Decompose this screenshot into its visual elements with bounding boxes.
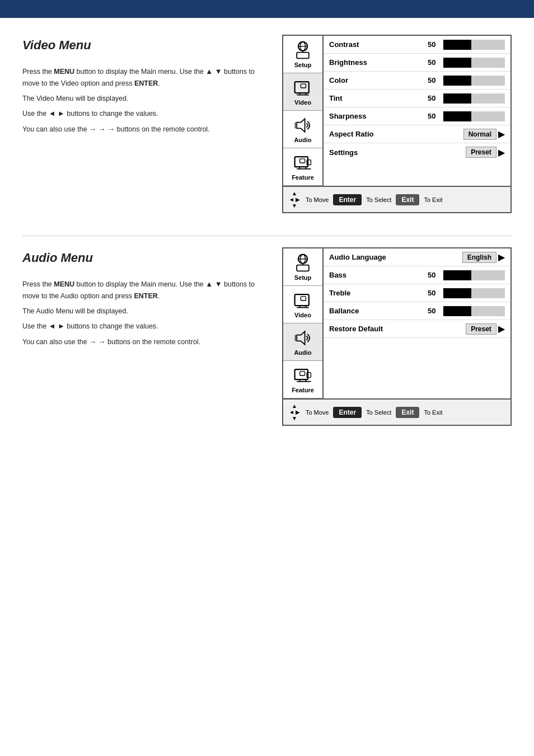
up-arrow-icon: ▲ — [205, 67, 213, 76]
audio-menu-rows: Audio Language English ▶ Bass 50 — [324, 248, 510, 398]
audio-sidebar-setup-label: Setup — [294, 274, 312, 281]
audio-right-nav-icon: ▶ — [296, 409, 300, 415]
exit-button[interactable]: Exit — [396, 194, 419, 205]
restore-default-label: Restore Default — [329, 325, 466, 333]
video-menu-bottom: ▲ ◄ ▶ ▼ To Move Enter To Select Exit To … — [283, 186, 510, 212]
svg-rect-12 — [295, 157, 308, 167]
svg-rect-3 — [297, 53, 309, 59]
tint-fill — [443, 93, 471, 104]
audio-sidebar-item-video[interactable]: Video — [283, 286, 322, 323]
setup-icon — [293, 40, 313, 60]
audio-sidebar-video-label: Video — [294, 312, 311, 318]
sidebar-item-audio[interactable]: Audio — [283, 111, 322, 148]
treble-fill — [443, 288, 471, 298]
settings-chevron-icon: ▶ — [498, 147, 505, 158]
sharpness-bar — [443, 111, 505, 121]
sidebar-video-label: Video — [294, 99, 311, 106]
svg-rect-13 — [300, 159, 305, 163]
audio-menu-bottom: ▲ ◄ ▶ ▼ To Move Enter To Select Exit To … — [283, 398, 510, 425]
svg-marker-28 — [297, 331, 305, 344]
audio-instr-block: Press the MENU button to display the Mai… — [22, 278, 265, 348]
audio-video-icon — [293, 290, 313, 311]
contrast-label: Contrast — [329, 40, 428, 49]
restore-default-option[interactable]: Preset ▶ — [466, 323, 505, 335]
color-fill — [443, 76, 471, 86]
color-label: Color — [329, 76, 428, 84]
video-instructions: Video Menu Press the MENU button to disp… — [22, 35, 265, 213]
audio-to-select-text: To Select — [366, 409, 391, 416]
audio-enter-button[interactable]: Enter — [333, 407, 362, 418]
audio-language-option[interactable]: English ▶ — [462, 252, 505, 263]
ballance-fill — [443, 306, 471, 316]
contrast-row: Contrast 50 — [324, 36, 510, 54]
audio-move-arrows: ▲ ◄ ▶ ▼ — [289, 403, 300, 421]
contrast-fill — [443, 40, 471, 50]
restore-default-value: Preset — [466, 323, 496, 335]
contrast-value: 50 — [428, 40, 440, 49]
audio-menu-sidebar: Setup Video — [283, 248, 324, 398]
sidebar-feature-label: Feature — [292, 174, 314, 181]
section-divider — [22, 236, 512, 236]
audio-sidebar-item-feature[interactable]: Feature — [283, 361, 322, 398]
sharpness-value: 50 — [428, 112, 440, 120]
sharpness-fill — [443, 111, 471, 121]
bass-fill — [443, 270, 471, 280]
treble-row: Treble 50 — [324, 284, 510, 302]
audio-audio-icon — [293, 328, 313, 348]
video-menu-title: Video Menu — [22, 35, 265, 55]
down-arrow-icon: ▼ — [215, 67, 222, 76]
restore-default-row: Restore Default Preset ▶ — [324, 320, 510, 338]
sharpness-label: Sharpness — [329, 112, 428, 120]
svg-rect-21 — [297, 265, 309, 271]
audio-exit-button[interactable]: Exit — [396, 407, 419, 418]
tint-row: Tint 50 — [324, 90, 510, 107]
audio-left-nav-icon: ◄ — [289, 409, 294, 415]
sidebar-item-setup[interactable]: Setup — [283, 36, 322, 73]
audio-sidebar-item-audio[interactable]: Audio — [283, 323, 322, 361]
audio-language-value: English — [462, 252, 496, 263]
brightness-row: Brightness 50 — [324, 54, 510, 72]
to-exit-text: To Exit — [424, 196, 442, 203]
sidebar-audio-label: Audio — [294, 137, 311, 143]
ballance-row: Ballance 50 — [324, 302, 510, 320]
settings-value: Preset — [466, 147, 496, 158]
svg-rect-6 — [301, 84, 306, 88]
audio-right-arrow-icon: ► — [58, 322, 65, 330]
settings-label: Settings — [329, 148, 466, 157]
bass-row: Bass 50 — [324, 266, 510, 284]
tint-value: 50 — [428, 94, 440, 102]
video-icon — [293, 78, 313, 98]
settings-option[interactable]: Preset ▶ — [466, 147, 505, 158]
color-value: 50 — [428, 76, 440, 84]
aspect-ratio-option[interactable]: Normal ▶ — [463, 129, 505, 140]
audio-sidebar-feature-label: Feature — [292, 387, 314, 393]
right-arrow-icon: ► — [58, 109, 65, 118]
audio-sidebar-audio-label: Audio — [294, 349, 311, 356]
left-nav-icon: ◄ — [289, 196, 294, 203]
bass-bar — [443, 270, 505, 280]
sidebar-item-feature[interactable]: Feature — [283, 148, 322, 186]
aspect-ratio-row: Aspect Ratio Normal ▶ — [324, 125, 510, 143]
bass-label: Bass — [329, 271, 428, 279]
audio-down-nav-icon: ▼ — [292, 415, 297, 421]
feature-icon — [293, 153, 313, 173]
audio-language-label: Audio Language — [329, 253, 462, 261]
empty-row — [324, 338, 510, 358]
up-nav-icon: ▲ — [292, 190, 297, 196]
treble-value: 50 — [428, 289, 440, 297]
down-nav-icon: ▼ — [292, 203, 297, 209]
svg-marker-10 — [297, 119, 305, 132]
restore-default-chevron-icon: ▶ — [498, 323, 505, 334]
move-arrows: ▲ ◄ ▶ ▼ — [289, 190, 300, 209]
svg-rect-30 — [295, 369, 308, 379]
audio-up-arrow-icon: ▲ — [205, 280, 213, 288]
settings-row: Settings Preset ▶ — [324, 143, 510, 161]
ballance-label: Ballance — [329, 307, 428, 315]
audio-up-nav-icon: ▲ — [292, 403, 297, 409]
sidebar-item-video[interactable]: Video — [283, 73, 322, 111]
enter-button[interactable]: Enter — [333, 194, 362, 205]
audio-sidebar-item-setup[interactable]: Setup — [283, 248, 322, 286]
color-row: Color 50 — [324, 72, 510, 90]
audio-to-exit-text: To Exit — [424, 409, 442, 416]
audio-menu-title: Audio Menu — [22, 247, 265, 268]
